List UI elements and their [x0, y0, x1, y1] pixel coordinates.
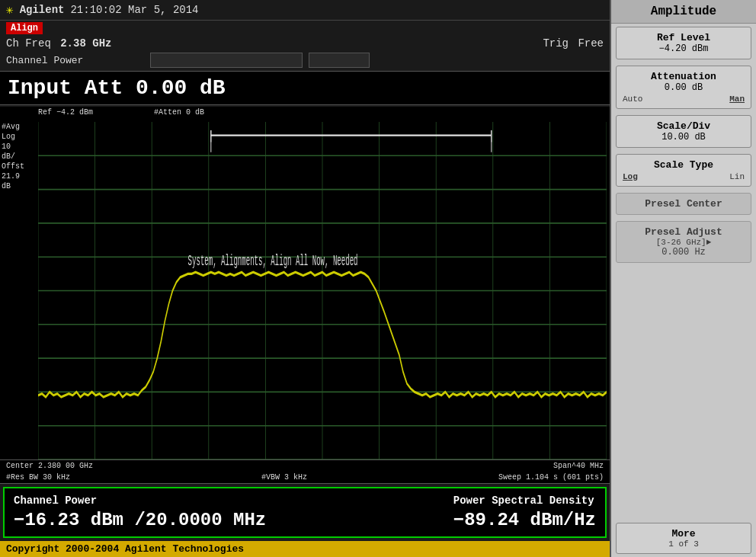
- scale-div-title: Scale/Div: [623, 120, 745, 132]
- results-right: Power Spectral Density −89.24 dBm/Hz: [453, 495, 596, 530]
- span-label: Span^40 MHz: [553, 462, 604, 470]
- right-panel: Amplitude Ref Level −4.20 dBm Attenuatio…: [611, 0, 756, 557]
- avg-label: #Avg: [2, 122, 37, 132]
- scale-type-button[interactable]: Scale Type Log Lin: [616, 154, 751, 187]
- attenuation-value: 0.00 dB: [623, 82, 745, 93]
- atten-label: #Atten 0 dB: [154, 108, 204, 117]
- panel-spacer: [611, 266, 756, 520]
- attenuation-man: Man: [729, 94, 745, 104]
- ref-level-value: −4.20 dBm: [623, 43, 745, 54]
- ref-level-title: Ref Level: [623, 32, 745, 43]
- chart-bottom-row1: Center 2.380 00 GHz Span^40 MHz: [0, 460, 610, 472]
- input-att-value: Input Att 0.00 dB: [8, 76, 226, 100]
- psd-title: Power Spectral Density: [453, 495, 596, 507]
- more-sub: 1 of 3: [623, 539, 745, 549]
- attenuation-button[interactable]: Attenuation 0.00 dB Auto Man: [616, 66, 751, 109]
- align-bar: Align: [0, 21, 610, 36]
- ch-freq-label: Ch Freq: [6, 37, 51, 50]
- attenuation-auto: Auto: [623, 94, 642, 104]
- attenuation-sub: Auto Man: [623, 94, 745, 104]
- svg-text:System, Alignments, Align All : System, Alignments, Align All Now, Neede…: [188, 253, 358, 270]
- more-title: More: [623, 528, 745, 539]
- channel-power-result: −16.23 dBm /20.0000 MHz: [14, 510, 266, 530]
- spectrum-svg: System, Alignments, Align All Now, Neede…: [38, 122, 607, 459]
- log-label: Log: [2, 132, 37, 142]
- trig-group: Trig Free: [543, 37, 604, 50]
- main-display: ✳ Agilent 21:10:02 Mar 5, 2014 Align Ch …: [0, 0, 611, 557]
- copyright-bar: Copyright 2000-2004 Agilent Technologies: [0, 541, 610, 557]
- cp-box2: [309, 53, 370, 68]
- chart-left-labels: #Avg Log 10 dB/ Offst 21.9 dB: [0, 107, 38, 459]
- results-left: Channel Power −16.23 dBm /20.0000 MHz: [14, 495, 266, 530]
- db-div-label: dB/: [2, 152, 37, 162]
- input-att-bar: Input Att 0.00 dB: [0, 71, 610, 105]
- datetime-label: 21:10:02 Mar 5, 2014: [70, 4, 198, 16]
- brand-label: Agilent: [20, 4, 65, 16]
- ref-level-label: Ref −4.2 dBm: [38, 108, 93, 117]
- offst-unit: dB: [2, 181, 37, 191]
- more-button[interactable]: More 1 of 3: [616, 523, 751, 554]
- agilent-icon: ✳: [6, 2, 14, 18]
- panel-header: Amplitude: [611, 0, 756, 24]
- chart-bottom-row2: #Res BW 30 kHz #VBW 3 kHz Sweep 1.104 s …: [0, 472, 610, 484]
- chart-top-row: Ref −4.2 dBm #Atten 0 dB: [38, 108, 607, 117]
- align-label: Align: [6, 22, 43, 34]
- scale-div-value: 10.00 dB: [623, 132, 745, 142]
- trig-value: Free: [578, 37, 604, 50]
- ch-freq-group: Ch Freq 2.38 GHz: [6, 37, 111, 50]
- presel-center-button[interactable]: Presel Center: [616, 193, 751, 215]
- scale-div-button[interactable]: Scale/Div 10.00 dB: [616, 115, 751, 148]
- presel-center-title: Presel Center: [623, 198, 745, 210]
- header-bar: ✳ Agilent 21:10:02 Mar 5, 2014: [0, 0, 610, 21]
- presel-adjust-sub: [3-26 GHz]►: [623, 238, 745, 247]
- sweep-label: Sweep 1.104 s (601 pts): [498, 473, 604, 482]
- presel-adjust-title: Presel Adjust: [623, 226, 745, 238]
- attenuation-title: Attenuation: [623, 71, 745, 82]
- scale-type-lin: Lin: [729, 172, 745, 181]
- copyright-text: Copyright 2000-2004 Agilent Technologies: [6, 543, 244, 555]
- spectrum-chart: Ref −4.2 dBm #Atten 0 dB #Avg Log 10 dB/…: [0, 107, 610, 460]
- presel-adjust-button[interactable]: Presel Adjust [3-26 GHz]► 0.000 Hz: [616, 221, 751, 263]
- res-bw-label: #Res BW 30 kHz: [6, 473, 70, 482]
- channel-power-label: Channel Power: [6, 55, 83, 66]
- results-box: Channel Power −16.23 dBm /20.0000 MHz Po…: [3, 487, 607, 538]
- scale-type-sub: Log Lin: [623, 172, 745, 181]
- channel-power-row: Channel Power: [0, 51, 610, 69]
- ref-level-button[interactable]: Ref Level −4.20 dBm: [616, 27, 751, 59]
- cp-box1: [150, 53, 303, 68]
- ch-freq-value: 2.38 GHz: [60, 37, 111, 50]
- freq-trig-row: Ch Freq 2.38 GHz Trig Free: [0, 36, 610, 51]
- offst-label: Offst: [2, 162, 37, 171]
- presel-adjust-value: 0.000 Hz: [623, 247, 745, 258]
- vbw-label: #VBW 3 kHz: [261, 473, 307, 482]
- psd-result: −89.24 dBm/Hz: [453, 510, 596, 530]
- trig-label: Trig: [543, 37, 569, 50]
- center-label: Center 2.380 00 GHz: [6, 462, 93, 470]
- offst-value: 21.9: [2, 171, 37, 181]
- db10-label: 10: [2, 142, 37, 152]
- channel-power-title: Channel Power: [14, 495, 266, 507]
- scale-type-log: Log: [623, 172, 638, 181]
- scale-type-title: Scale Type: [623, 159, 745, 171]
